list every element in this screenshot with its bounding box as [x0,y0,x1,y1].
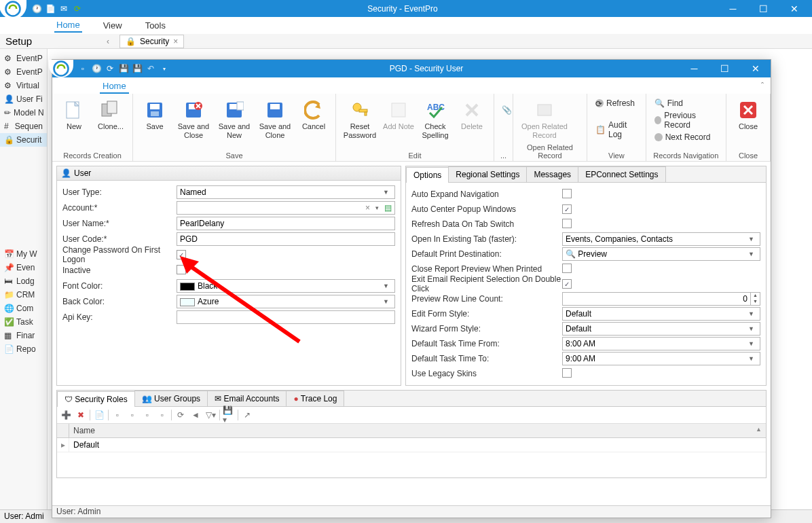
sidebar-lower-item-3[interactable]: 📁CRM [0,288,47,302]
sidebar-item-4[interactable]: ✏Model N [0,106,47,120]
sidebar-lower-item-0[interactable]: 📅My W [0,247,47,261]
legacy-skins-checkbox[interactable] [562,368,572,378]
wizard-form-combo[interactable]: Default▼ [562,322,760,336]
back-color-combo[interactable]: Azure▼ [177,295,395,308]
new-button[interactable]: New [56,96,92,134]
toolbar-save-button[interactable]: 💾▾ [223,409,235,421]
tab-epconnect-settings[interactable]: EPConnect Settings [578,166,665,182]
grid-row[interactable]: ▸ Default [57,438,766,452]
clone-button[interactable]: Clone... [93,96,128,134]
setup-collapse-button[interactable]: ‹ [102,37,114,46]
auto-center-checkbox[interactable] [562,204,572,214]
sidebar-lower-item-6[interactable]: ▦Finar [0,329,47,342]
tab-options[interactable]: Options [406,167,449,183]
toolbar-export-button[interactable]: ↗ [241,409,253,421]
toolbar-prev-button[interactable]: ◄ [189,409,202,421]
font-color-combo[interactable]: Black▼ [177,279,395,293]
qat-refresh-icon[interactable]: ⟳ [73,4,82,14]
sidebar-item-5[interactable]: #Sequen [0,120,47,133]
user-name-input[interactable] [177,217,395,230]
spin-down-icon[interactable]: ▼ [751,299,760,305]
find-button[interactable]: 🔍Find [653,98,719,109]
user-type-combo[interactable]: Named▼ [177,185,395,199]
change-password-checkbox[interactable] [177,250,186,259]
toolbar-btn-1[interactable]: ▫ [111,409,124,421]
dock-tab-security[interactable]: 🔒 Security × [119,35,184,48]
ribbon-collapse-icon[interactable]: ˆ [754,79,771,94]
qat-undo-icon[interactable]: ↶ [145,63,156,74]
toolbar-remove-button[interactable]: ✖ [75,409,87,421]
close-report-checkbox[interactable] [562,264,572,273]
qat-dropdown-icon[interactable]: ▾ [159,63,170,74]
toolbar-filter-button[interactable]: ▽▾ [204,409,217,421]
spin-up-icon[interactable]: ▲ [751,293,760,299]
sidebar-item-3[interactable]: 👤User Fi [0,92,47,106]
toolbar-add-button[interactable]: ➕ [60,409,72,421]
check-spelling-button[interactable]: ABCCheck Spelling [418,96,453,142]
qat-new-icon[interactable]: ▫ [77,63,88,74]
toolbar-btn-2[interactable]: ▫ [126,409,139,421]
dialog-maximize-button[interactable]: ☐ [709,60,740,77]
sidebar-lower-item-4[interactable]: 🌐Com [0,302,47,315]
save-button[interactable]: Save [137,96,172,134]
api-key-input[interactable] [177,310,395,324]
dialog-ribbon-tab-home[interactable]: Home [100,79,129,94]
print-dest-combo[interactable]: 🔍 Preview▼ [562,247,760,261]
close-button[interactable]: Close [731,96,766,134]
tab-messages[interactable]: Messages [526,166,578,182]
tab-security-roles[interactable]: 🛡 Security Roles [57,391,135,407]
sidebar-item-2[interactable]: ⚙Virtual [0,79,47,92]
edit-form-combo[interactable]: Default▼ [562,307,760,321]
more-button[interactable]: 📎 [498,96,515,124]
account-field[interactable]: ×▾▤ [177,201,395,215]
dialog-minimize-button[interactable]: ─ [679,60,709,77]
toolbar-btn-3[interactable]: ▫ [141,409,153,421]
toolbar-btn-4[interactable]: ▫ [156,409,168,421]
main-close-button[interactable]: ✕ [779,0,809,17]
toolbar-copy-button[interactable]: 📄 [93,409,105,421]
qat-doc-icon[interactable]: 📄 [45,4,55,14]
main-maximize-button[interactable]: ☐ [748,0,779,17]
exit-email-checkbox[interactable] [562,279,572,289]
grid-row-selector-header[interactable] [57,424,69,437]
tab-regional-settings[interactable]: Regional Settings [448,166,527,182]
sidebar-lower-item-5[interactable]: ✅Task [0,315,47,329]
sidebar-lower-item-2[interactable]: 🛏Lodg [0,274,47,288]
dialog-close-button[interactable]: ✕ [740,60,771,77]
inactive-checkbox[interactable] [177,265,186,274]
refresh-tab-checkbox[interactable] [562,219,572,228]
tab-email-accounts[interactable]: ✉ Email Accounts [207,391,287,406]
auto-expand-checkbox[interactable] [562,189,572,198]
sidebar-lower-item-1[interactable]: 📌Even [0,261,47,274]
tab-user-groups[interactable]: 👥 User Groups [134,391,208,406]
save-and-clone-button[interactable]: Save and Clone [255,96,295,142]
toolbar-refresh-button[interactable]: ⟳ [174,409,187,421]
sidebar-item-0[interactable]: ⚙EventP [0,52,47,65]
row-count-spinner[interactable]: ▲▼ [562,292,760,306]
qat-save-icon[interactable]: 💾 [118,63,129,74]
save-and-new-button[interactable]: Save and New [215,96,254,142]
lookup-icon[interactable]: ▤ [384,203,392,213]
grid-col-name[interactable]: Name▲ [69,424,766,437]
save-and-close-button[interactable]: Save and Close [174,96,213,142]
task-from-combo[interactable]: 8:00 AM▼ [562,337,760,350]
cancel-button[interactable]: Cancel [296,96,331,134]
main-minimize-button[interactable]: ─ [718,0,748,17]
qat-save-close-icon[interactable]: 💾 [132,63,143,74]
refresh-button[interactable]: ⟳Refresh [594,98,639,109]
sidebar-item-6[interactable]: 🔒Securit [0,133,47,147]
qat-mail-icon[interactable]: ✉ [59,4,69,14]
user-code-input[interactable] [177,232,395,246]
ribbon-tab-home[interactable]: Home [54,18,82,33]
qat-refresh-icon[interactable]: ⟳ [105,63,115,74]
clear-icon[interactable]: × [365,203,370,213]
audit-log-button[interactable]: 📋Audit Log [594,120,639,140]
task-to-combo[interactable]: 9:00 AM▼ [562,352,760,365]
ribbon-tab-view[interactable]: View [101,19,124,32]
qat-clock-icon[interactable]: 🕐 [91,63,102,74]
open-existing-combo[interactable]: Events, Companies, Contacts▼ [562,232,760,246]
reset-password-button[interactable]: Reset Password [340,96,380,142]
previous-record-button[interactable]: Previous Record [653,110,719,130]
sidebar-lower-item-7[interactable]: 📄Repo [0,342,47,356]
ribbon-tab-tools[interactable]: Tools [143,19,168,32]
